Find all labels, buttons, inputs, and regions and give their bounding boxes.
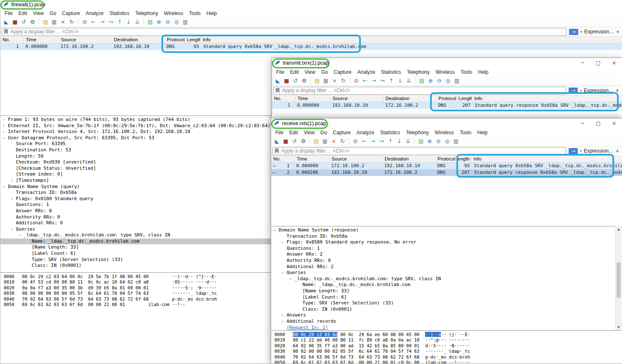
zoom-out-icon[interactable]: ⊖ xyxy=(436,77,443,85)
titlebar-transmit[interactable]: transmit.txrx(1).pcap ─ □ × xyxy=(272,58,622,68)
auto-scroll-icon[interactable]: ⇊ xyxy=(405,77,413,85)
packet-row[interactable]: 10.000000192.168.10.10172.16.100.2DNS207… xyxy=(272,102,622,109)
reload-file-icon[interactable]: ↻ xyxy=(340,77,347,85)
column-header[interactable]: Time xyxy=(24,37,59,43)
go-to-packet-icon[interactable]: ↪ xyxy=(107,18,115,26)
go-last-icon[interactable]: ↓ xyxy=(395,138,403,145)
reload-file-icon[interactable]: ↻ xyxy=(68,18,76,26)
capture-options-icon[interactable]: ⚙ xyxy=(300,138,307,145)
menu-item[interactable]: Statistics xyxy=(378,69,404,75)
zoom-out-icon[interactable]: ⊖ xyxy=(435,138,442,145)
find-packet-icon[interactable]: ⊙ xyxy=(352,138,359,145)
colorize-icon[interactable]: ▤ xyxy=(146,18,154,26)
detail-line[interactable]: Answers xyxy=(271,312,622,319)
column-header[interactable]: No. xyxy=(271,156,295,162)
maximize-button[interactable]: □ xyxy=(590,118,606,128)
menu-item[interactable]: View xyxy=(301,130,317,136)
titlebar-firewall[interactable]: firewall(1).pcap xyxy=(0,0,622,9)
menu-item[interactable]: Telephony xyxy=(132,10,161,16)
menu-item[interactable]: Analyze xyxy=(355,69,378,75)
detail-line[interactable]: Queries xyxy=(271,270,622,276)
start-capture-icon[interactable]: ◣ xyxy=(274,77,282,85)
auto-scroll-icon[interactable]: ⇊ xyxy=(404,138,412,145)
menu-item[interactable]: Tools xyxy=(458,69,475,75)
zoom-in-icon[interactable]: ⊕ xyxy=(155,18,163,26)
menu-item[interactable]: Analyze xyxy=(83,10,107,16)
find-packet-icon[interactable]: ⊙ xyxy=(81,18,88,26)
menu-item[interactable]: File xyxy=(273,69,287,75)
restart-capture-icon[interactable]: ↺ xyxy=(291,138,298,145)
close-file-icon[interactable]: × xyxy=(59,18,67,26)
minimize-button[interactable]: ─ xyxy=(574,118,590,128)
detail-line[interactable]: Questions: 1 xyxy=(271,246,622,252)
go-to-packet-icon[interactable]: ↪ xyxy=(378,138,385,145)
expression-button[interactable]: Expression… xyxy=(584,148,613,154)
menu-item[interactable]: Telephony xyxy=(403,130,432,136)
apply-filter-button[interactable]: → xyxy=(569,29,578,35)
menu-item[interactable]: Edit xyxy=(15,10,30,16)
detail-line[interactable]: Name: _ldap._tcp.dc._msdcs.brohilab.com xyxy=(271,282,622,288)
go-first-icon[interactable]: ↑ xyxy=(116,18,123,26)
column-header[interactable]: No. xyxy=(272,95,295,102)
start-capture-icon[interactable]: ◣ xyxy=(273,138,281,145)
resize-columns-icon[interactable]: ▥ xyxy=(181,18,189,26)
stop-capture-icon[interactable]: ■ xyxy=(11,18,19,26)
column-header[interactable]: Time xyxy=(295,156,330,162)
add-filter-button[interactable]: + xyxy=(616,28,619,35)
menu-item[interactable]: View xyxy=(30,10,47,16)
capture-options-icon[interactable]: ⚙ xyxy=(300,77,308,85)
menu-item[interactable]: Wireless xyxy=(432,130,457,136)
save-file-icon[interactable]: ▦ xyxy=(322,77,330,85)
detail-line[interactable]: Transaction ID: 0xb58a xyxy=(271,233,622,240)
restart-capture-icon[interactable]: ↺ xyxy=(20,18,28,26)
restart-capture-icon[interactable]: ↺ xyxy=(292,77,299,85)
column-header[interactable]: Source xyxy=(330,95,383,102)
apply-filter-button[interactable]: → xyxy=(569,148,578,154)
column-header[interactable]: Length xyxy=(185,37,201,43)
menu-item[interactable]: File xyxy=(272,130,286,136)
find-packet-icon[interactable]: ⊙ xyxy=(353,77,360,85)
menu-item[interactable]: Help xyxy=(204,10,220,16)
start-capture-icon[interactable]: ◣ xyxy=(3,18,10,26)
filter-dropdown-caret-icon[interactable]: ▾ xyxy=(580,30,582,34)
menu-item[interactable]: Analyze xyxy=(354,130,378,136)
zoom-in-icon[interactable]: ⊕ xyxy=(427,77,434,85)
go-back-icon[interactable]: ← xyxy=(361,77,369,85)
add-filter-button[interactable]: + xyxy=(616,87,619,94)
capture-options-icon[interactable]: ⚙ xyxy=(29,18,36,26)
column-header[interactable]: No. xyxy=(0,37,24,43)
detail-line[interactable]: Flags: 0x8580 Standard query response, N… xyxy=(271,239,622,246)
go-back-icon[interactable]: ← xyxy=(360,138,368,145)
menu-item[interactable]: View xyxy=(302,69,318,75)
column-header[interactable]: Destination xyxy=(112,37,165,43)
hex-row[interactable]: 000000 0c 29 c2 03 6e 00 0c 29 6a ee 60 … xyxy=(274,332,622,337)
packet-row[interactable]: 10.000000172.16.100.2192.168.10.10DNS93S… xyxy=(0,43,622,50)
add-filter-button[interactable]: + xyxy=(616,148,619,154)
stop-capture-icon[interactable]: ■ xyxy=(282,138,290,145)
menu-item[interactable]: File xyxy=(2,10,15,16)
detail-line[interactable]: Additional records xyxy=(271,319,622,325)
menu-item[interactable]: Capture xyxy=(331,69,355,75)
maximize-button[interactable]: □ xyxy=(590,58,606,68)
menu-item[interactable]: Tools xyxy=(457,130,474,136)
close-file-icon[interactable]: × xyxy=(330,138,337,145)
menu-item[interactable]: Go xyxy=(318,69,331,75)
column-header[interactable]: Protocol xyxy=(165,37,185,43)
minimize-button[interactable]: ─ xyxy=(574,58,590,68)
column-header[interactable]: Destination xyxy=(383,95,436,102)
menu-item[interactable]: Telephony xyxy=(404,69,433,75)
reload-file-icon[interactable]: ↻ xyxy=(339,138,346,145)
menu-item[interactable]: Help xyxy=(474,130,491,136)
detail-line[interactable]: Domain Name System (response) xyxy=(271,227,622,233)
hex-row[interactable]: 005069 6c 61 62 03 63 6f 6d 00 00 21 00 … xyxy=(274,360,622,364)
titlebar-receive[interactable]: receive.rxtx(1).pcap ─ □ × xyxy=(271,118,622,128)
scrollbar-thumb[interactable] xyxy=(617,263,621,298)
detail-line[interactable]: Answer RRs: 2 xyxy=(271,251,622,258)
go-forward-icon[interactable]: → xyxy=(98,18,106,26)
go-to-packet-icon[interactable]: ↪ xyxy=(379,77,386,85)
expression-button[interactable]: Expression… xyxy=(584,29,614,35)
detail-line[interactable]: Type: SRV (Server Selection) (33) xyxy=(271,300,622,306)
detail-line[interactable]: Authority RRs: 0 xyxy=(271,258,622,264)
go-first-icon[interactable]: ↑ xyxy=(387,138,394,145)
close-file-icon[interactable]: × xyxy=(331,77,338,85)
